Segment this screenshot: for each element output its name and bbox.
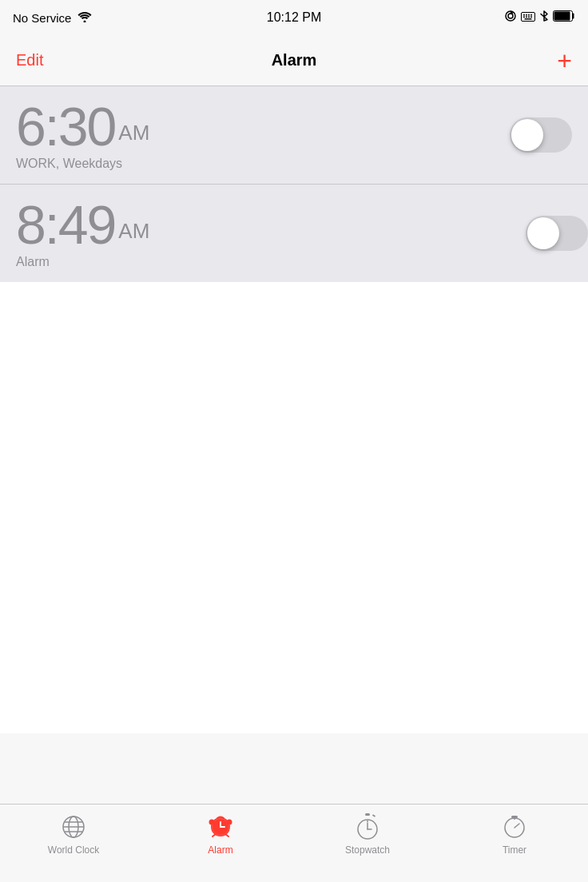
alarm-item[interactable]: 6:30 AM WORK, Weekdays [0,86,588,185]
toggle-thumb [527,217,559,249]
status-bar: No Service 10:12 PM [0,0,588,35]
alarm-toggle[interactable] [526,216,588,251]
alarm-time-period: AM [118,219,149,244]
world-clock-icon [59,812,88,841]
tab-timer[interactable]: Timer [441,812,588,856]
world-clock-label: World Clock [48,844,99,856]
alarm-label: WORK, Weekdays [16,157,149,171]
svg-rect-29 [372,814,375,817]
empty-content-area [0,282,588,733]
timer-icon [500,812,529,841]
carrier-label: No Service [13,11,71,25]
tab-bar: World Clock Alarm [0,804,588,882]
tab-world-clock[interactable]: World Clock [0,812,147,856]
alarm-time-period: AM [118,121,149,145]
orientation-lock-icon [505,10,516,25]
alarm-icon [206,812,235,841]
battery-icon [553,10,575,25]
alarm-toggle[interactable] [510,117,572,153]
svg-rect-5 [526,14,527,16]
svg-rect-8 [523,17,525,18]
svg-rect-37 [511,816,518,818]
alarm-info: 8:49 AM Alarm [16,197,149,269]
svg-point-26 [209,820,215,825]
svg-rect-28 [365,813,370,816]
alarm-list: 6:30 AM WORK, Weekdays 8:49 AM Alarm [0,86,588,282]
alarm-label: Alarm [16,255,149,269]
svg-rect-9 [526,17,527,18]
alarm-info: 6:30 AM WORK, Weekdays [16,99,149,171]
svg-point-27 [227,820,232,825]
svg-point-1 [506,11,515,21]
wifi-icon [77,11,92,25]
toggle-thumb [511,119,543,151]
alarm-time: 8:49 AM [16,197,149,252]
status-right [505,10,575,25]
svg-line-35 [514,824,519,828]
svg-rect-11 [530,17,532,18]
status-left: No Service [13,11,92,25]
alarm-item[interactable]: 8:49 AM Alarm [0,185,588,282]
timer-label: Timer [503,844,526,856]
svg-rect-14 [554,12,570,21]
status-time: 10:12 PM [267,10,321,25]
nav-bar: Edit Alarm + [0,35,588,86]
page-title: Alarm [272,51,317,70]
svg-rect-12 [525,18,532,20]
alarm-tab-label: Alarm [208,844,232,856]
svg-rect-7 [530,14,532,16]
stopwatch-icon [353,812,382,841]
add-alarm-button[interactable]: + [557,48,572,74]
keyboard-icon [521,10,535,25]
tab-stopwatch[interactable]: Stopwatch [294,812,441,856]
alarm-time-value: 8:49 [16,197,115,252]
svg-rect-4 [523,14,525,16]
tab-alarm[interactable]: Alarm [147,812,294,856]
alarm-time-value: 6:30 [16,99,115,153]
alarm-time: 6:30 AM [16,99,149,153]
svg-rect-6 [528,14,530,16]
svg-point-0 [84,20,86,22]
svg-rect-10 [528,17,530,18]
stopwatch-label: Stopwatch [345,844,390,856]
edit-button[interactable]: Edit [16,51,43,70]
bluetooth-icon [540,10,548,25]
svg-point-2 [508,14,513,18]
